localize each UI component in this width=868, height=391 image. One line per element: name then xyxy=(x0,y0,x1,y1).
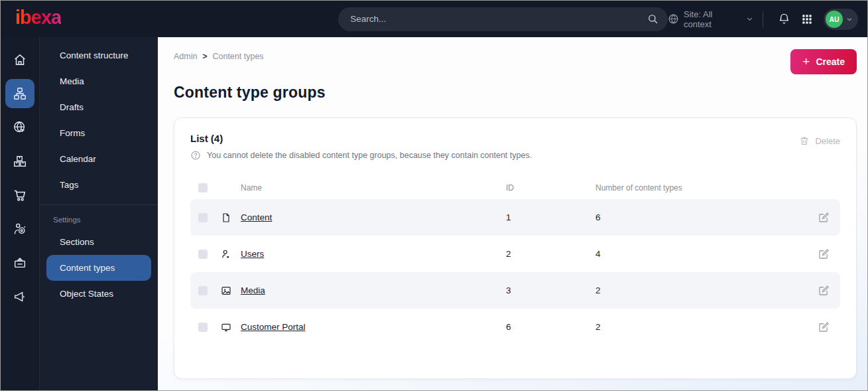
icon-rail xyxy=(1,37,40,390)
person-target-icon xyxy=(13,222,27,236)
search-icon[interactable] xyxy=(647,13,658,25)
group-id: 3 xyxy=(506,285,595,295)
sidebar-divider xyxy=(40,204,158,205)
table-row: Customer Portal 6 2 xyxy=(190,309,840,345)
list-heading: List (4) xyxy=(190,133,532,144)
sidebar-menu: Content structure Media Drafts Forms Cal… xyxy=(40,37,158,390)
topbar: ibexa Site: All context xyxy=(1,1,867,37)
sidebar-item-media[interactable]: Media xyxy=(46,68,151,94)
group-id: 6 xyxy=(506,322,595,332)
globe-icon xyxy=(668,13,679,25)
main-content: Admin > Content types + Create Content t… xyxy=(158,37,867,390)
notifications-bell-icon[interactable] xyxy=(778,13,790,25)
rail-item-home[interactable] xyxy=(5,45,34,74)
group-link[interactable]: Media xyxy=(241,285,265,295)
rail-item-products[interactable] xyxy=(5,147,34,176)
group-id: 1 xyxy=(506,212,595,222)
app-window: ibexa Site: All context xyxy=(0,0,868,391)
sidebar-section-label: Settings xyxy=(40,210,158,229)
home-icon xyxy=(13,52,27,67)
rail-item-personalization[interactable] xyxy=(5,214,34,244)
group-link[interactable]: Customer Portal xyxy=(241,322,306,332)
group-count: 2 xyxy=(595,322,811,332)
avatar: AU xyxy=(826,11,843,28)
edit-button[interactable] xyxy=(811,285,840,297)
rail-item-campaign[interactable] xyxy=(5,282,34,311)
breadcrumb-item-admin[interactable]: Admin xyxy=(174,52,197,61)
global-search[interactable] xyxy=(338,7,668,31)
column-header-id: ID xyxy=(506,183,595,193)
sidebar-item-calendar[interactable]: Calendar xyxy=(46,146,151,172)
row-checkbox[interactable] xyxy=(198,323,208,332)
list-help-text: You cannot delete the disabled content t… xyxy=(207,151,532,160)
edit-button[interactable] xyxy=(811,248,840,260)
help-question-icon xyxy=(190,150,201,161)
content-type-groups-table: Name ID Number of content types Content … xyxy=(190,177,840,345)
sidebar-item-tags[interactable]: Tags xyxy=(46,172,151,198)
sidebar-item-content-types[interactable]: Content types xyxy=(46,255,151,281)
group-link[interactable]: Users xyxy=(241,249,264,259)
table-row: Content 1 6 xyxy=(190,199,840,236)
row-checkbox[interactable] xyxy=(198,213,208,222)
content-tree-icon xyxy=(13,86,27,101)
chevron-down-icon xyxy=(846,16,853,23)
rail-item-site[interactable] xyxy=(5,113,34,142)
column-header-count: Number of content types xyxy=(595,183,811,193)
column-header-name: Name xyxy=(241,183,506,193)
search-input[interactable] xyxy=(350,14,647,24)
user-icon xyxy=(221,249,241,260)
topbar-right-controls: Site: All context AU xyxy=(668,9,858,30)
select-all-checkbox[interactable] xyxy=(198,183,208,193)
chevron-down-icon xyxy=(746,15,753,23)
content-type-groups-card: List (4) You cannot delete the disabled … xyxy=(174,117,857,379)
cart-icon xyxy=(13,188,27,202)
site-context-label: Site: All context xyxy=(684,9,741,29)
rail-item-admin[interactable] xyxy=(5,248,34,277)
admin-badge-icon xyxy=(13,256,27,270)
table-row: Media 3 2 xyxy=(190,272,840,309)
group-count: 2 xyxy=(595,285,811,295)
page-title: Content type groups xyxy=(174,84,857,102)
group-count: 6 xyxy=(595,212,811,222)
breadcrumb-item-content-types: Content types xyxy=(212,52,263,61)
topbar-divider xyxy=(763,11,763,27)
site-globe-icon xyxy=(13,120,27,135)
monitor-icon xyxy=(221,322,241,333)
image-icon xyxy=(221,285,241,296)
breadcrumb: Admin > Content types xyxy=(174,49,264,61)
user-menu[interactable]: AU xyxy=(824,9,858,30)
delete-button[interactable]: Delete xyxy=(799,135,840,146)
ibexa-logo: ibexa xyxy=(15,8,61,30)
megaphone-icon xyxy=(13,289,27,304)
sidebar-item-sections[interactable]: Sections xyxy=(46,229,151,255)
sidebar-item-forms[interactable]: Forms xyxy=(46,120,151,146)
group-link[interactable]: Content xyxy=(241,212,272,222)
table-header-row: Name ID Number of content types xyxy=(190,177,840,199)
row-checkbox[interactable] xyxy=(198,286,208,295)
delete-button-label: Delete xyxy=(815,136,840,146)
row-checkbox[interactable] xyxy=(198,250,208,259)
rail-item-commerce[interactable] xyxy=(5,181,34,210)
create-button-label: Create xyxy=(816,56,845,67)
file-icon xyxy=(221,212,241,223)
trash-icon xyxy=(799,135,810,146)
breadcrumb-separator: > xyxy=(202,52,207,61)
table-row: Users 2 4 xyxy=(190,236,840,272)
plus-icon: + xyxy=(802,55,810,68)
product-boxes-icon xyxy=(13,154,27,169)
create-button[interactable]: + Create xyxy=(790,49,857,74)
site-context-selector[interactable]: Site: All context xyxy=(668,9,753,29)
group-id: 2 xyxy=(506,249,595,259)
sidebar-item-object-states[interactable]: Object States xyxy=(46,281,151,307)
edit-button[interactable] xyxy=(811,321,840,333)
sidebar-item-content-structure[interactable]: Content structure xyxy=(46,42,151,68)
edit-button[interactable] xyxy=(811,212,840,224)
sidebar-item-drafts[interactable]: Drafts xyxy=(46,94,151,120)
group-count: 4 xyxy=(595,249,811,259)
rail-item-content[interactable] xyxy=(5,79,34,108)
app-switcher-grid-icon[interactable] xyxy=(801,13,813,25)
